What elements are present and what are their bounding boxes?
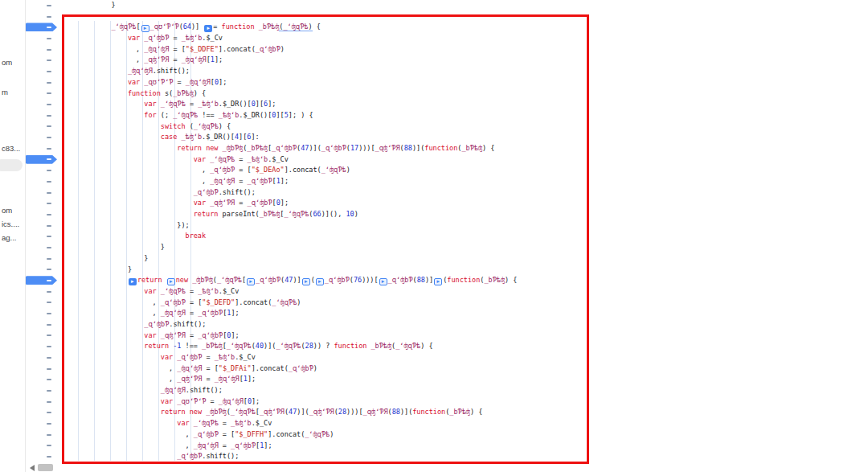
code-text: , _ɋʤʻƤЯ = _ʤɋʻʤЯ[1]; — [62, 55, 223, 66]
gutter-cell[interactable] — [27, 352, 58, 363]
code-text: function s(_bƤѣʤ) { — [62, 88, 206, 100]
gutter-cell[interactable] — [27, 198, 58, 209]
breakpoint-badge[interactable] — [25, 276, 57, 285]
gutter-cell[interactable] — [27, 220, 58, 232]
gutter-cell[interactable] — [27, 319, 58, 330]
gutter-cell[interactable] — [27, 66, 58, 77]
code-line: var _ɋʻʤbƤ = _ѣʤʻb.$_Cv — [27, 33, 868, 44]
scroll-left-arrow-icon[interactable] — [30, 465, 35, 471]
file-tree-item[interactable]: m — [2, 88, 8, 96]
gutter-dash — [47, 92, 51, 94]
gutter-cell[interactable] — [27, 187, 58, 199]
gutter-dash — [47, 247, 51, 248]
gutter-cell[interactable] — [27, 132, 58, 143]
code-text: switch (_ʻʤɋƤѣ) { — [62, 121, 231, 133]
gutter-cell[interactable] — [27, 330, 58, 342]
file-tree-item[interactable]: ag... — [2, 233, 17, 242]
gutter-cell[interactable] — [27, 396, 58, 408]
gutter-cell[interactable] — [27, 242, 58, 253]
gutter-cell[interactable] — [27, 22, 58, 33]
file-tree-selection-highlight[interactable] — [0, 159, 23, 171]
gutter-cell[interactable] — [27, 385, 58, 396]
gutter-cell[interactable] — [27, 265, 58, 276]
gutter-cell[interactable] — [27, 165, 58, 176]
inline-breakpoint-icon[interactable]: ▸ — [141, 25, 149, 32]
code-line: var _ɋʊʻƤʻƤ = _ʤɋʻʤЯ[0]; — [27, 77, 868, 88]
breakpoint-badge[interactable] — [25, 23, 57, 31]
code-text: , _ɋʤʻƤЯ = _ʤɋʻʤЯ[1]; — [62, 374, 256, 385]
gutter-cell[interactable] — [27, 110, 58, 121]
gutter-cell[interactable] — [27, 143, 58, 154]
gutter-cell[interactable] — [27, 55, 58, 66]
gutter-cell[interactable] — [27, 308, 58, 319]
inline-breakpoint-icon[interactable]: ▸ — [167, 278, 175, 285]
file-tree-item[interactable]: ics.... — [2, 220, 19, 228]
breakpoint-badge[interactable] — [25, 155, 57, 164]
gutter-cell[interactable] — [27, 429, 58, 441]
scroll-thumb[interactable] — [38, 464, 53, 471]
gutter-cell[interactable] — [27, 154, 58, 166]
gutter-cell[interactable] — [27, 0, 58, 11]
code-line: , _ʤɋʻʤЯ = _ɋʻʤbƤ[1]; — [27, 441, 868, 452]
gutter-cell[interactable] — [27, 11, 58, 23]
code-line: , _ʤɋʻʤЯ = _ɋʻʤbƤ[1]; — [27, 176, 868, 187]
gutter-dash — [47, 16, 51, 18]
code-line: , _ɋʻʤbƤ = ["$_DFFH"].concat(_ʻʤɋƤѣ) — [27, 429, 868, 441]
code-text: _ʤɋʻʤЯ.shift(); — [62, 385, 223, 396]
code-line: , _ʤɋʻʤЯ = ["$_DDFE"].concat(_ɋʻʤbƤ) — [27, 44, 868, 55]
code-line: _ɋʻʤbƤ.shift(); — [27, 187, 868, 199]
gutter-cell[interactable] — [27, 341, 58, 352]
inline-breakpoint-icon[interactable]: ▸ — [316, 278, 324, 285]
inline-breakpoint-icon[interactable]: ▸ — [129, 278, 137, 285]
file-tree-item[interactable]: om — [2, 206, 12, 215]
gutter-cell[interactable] — [27, 286, 58, 298]
code-line: } — [27, 242, 868, 253]
gutter-cell[interactable] — [27, 253, 58, 265]
code-text: var _ɋʊʻƤʻƤ = _ʤɋʻʤЯ[0]; — [62, 77, 227, 88]
inline-breakpoint-icon[interactable]: ▸ — [204, 25, 212, 32]
code-line: _ʻʤɋƤѣ[▸_ɋʊʻƤʻƤ(64)] ▸= function _bƤѣʤ(_… — [27, 22, 868, 33]
inline-breakpoint-icon[interactable]: ▸ — [247, 278, 255, 285]
code-line: , _ɋʤʻƤЯ = _ʤɋʻʤЯ[1]; — [27, 374, 868, 385]
gutter-cell[interactable] — [27, 275, 58, 286]
gutter-dash — [47, 137, 51, 138]
code-text: , _ɋʻʤbƤ = ["$_DEAo"].concat(_ʻʤɋƤѣ) — [62, 165, 350, 176]
code-text: break — [62, 231, 206, 242]
devtools-source-editor: om m c83... om ics.... ag... }_ʻʤɋƤѣ[▸_ɋ… — [0, 0, 868, 472]
inline-breakpoint-icon[interactable]: ▸ — [434, 278, 442, 285]
code-text: ▸return ▸new _ʤbƤʤ(_ʻʤɋƤѣ[▸_ɋʻʤbƤ(47)]▸(… — [62, 275, 517, 286]
code-line: _ʤɋʻʤЯ.shift(); — [27, 385, 868, 396]
inline-breakpoint-icon[interactable]: ▸ — [302, 278, 310, 285]
h-scrollbar[interactable] — [27, 463, 589, 472]
gutter-cell[interactable] — [27, 298, 58, 309]
file-tree-item[interactable]: om — [2, 58, 12, 67]
gutter-dash — [47, 456, 51, 458]
gutter-cell[interactable] — [27, 374, 58, 385]
gutter-cell[interactable] — [27, 121, 58, 133]
gutter-cell[interactable] — [27, 88, 58, 100]
code-line: } — [27, 253, 868, 265]
gutter-cell[interactable] — [27, 407, 58, 418]
gutter-cell[interactable] — [27, 77, 58, 88]
code-area[interactable]: }_ʻʤɋƤѣ[▸_ɋʊʻƤʻƤ(64)] ▸= function _bƤѣʤ(… — [27, 0, 868, 462]
gutter-dash — [47, 104, 51, 105]
gutter-dash — [47, 82, 51, 84]
gutter-cell[interactable] — [27, 209, 58, 220]
gutter-cell[interactable] — [27, 363, 58, 375]
gutter-cell[interactable] — [27, 441, 58, 452]
inline-breakpoint-icon[interactable]: ▸ — [379, 278, 387, 285]
gutter-cell[interactable] — [27, 451, 58, 462]
gutter-cell[interactable] — [27, 418, 58, 429]
gutter-dash — [47, 27, 51, 28]
gutter-cell[interactable] — [27, 99, 58, 110]
gutter-cell[interactable] — [27, 33, 58, 44]
code-text: } — [62, 265, 132, 276]
gutter-cell[interactable] — [27, 44, 58, 55]
gutter-cell[interactable] — [27, 231, 58, 242]
code-text: }); — [62, 220, 190, 232]
code-text: return new _ʤbƤʤ(_bƤѣʤ[_ɋʻʤbƤ(47)](_ɋʻʤb… — [62, 143, 494, 154]
file-tree-item[interactable]: c83... — [2, 144, 20, 153]
code-text: } — [62, 253, 148, 265]
gutter-cell[interactable] — [27, 176, 58, 187]
panel-divider — [25, 0, 26, 472]
